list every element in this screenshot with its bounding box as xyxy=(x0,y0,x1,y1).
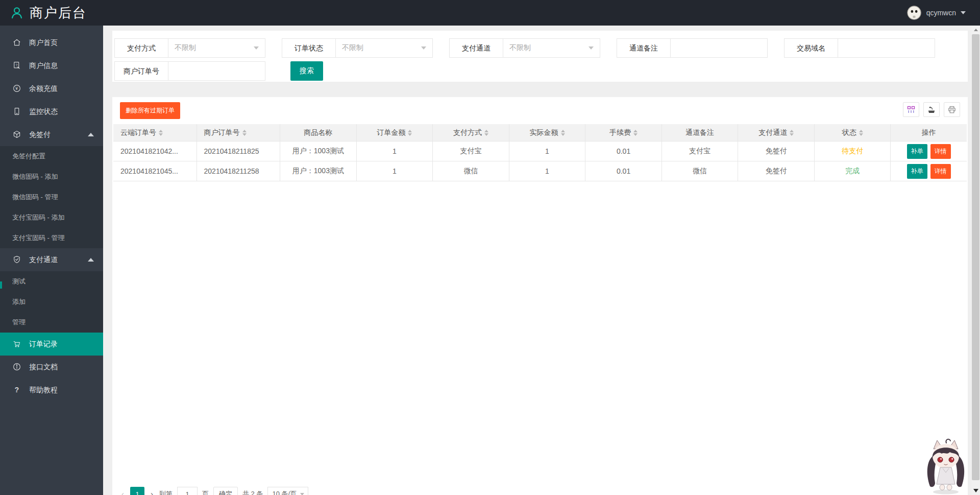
chevron-down-icon xyxy=(421,46,426,50)
chevron-down-icon xyxy=(254,46,259,50)
sidebar-item-monitor-status[interactable]: 监控状态 xyxy=(0,100,103,123)
sort-icon[interactable] xyxy=(159,130,163,136)
column-header-label: 通道备注 xyxy=(685,128,714,137)
sidebar-item-help-tutorial[interactable]: ?帮助教程 xyxy=(0,379,103,402)
sidebar-item-merchant-info[interactable]: ?商户信息 xyxy=(0,54,103,77)
reissue-button[interactable]: 补单 xyxy=(907,144,927,159)
column-header[interactable]: 实际金额 xyxy=(509,124,586,141)
table-row: 2021041821045...20210418211258用户：1003测试1… xyxy=(113,161,967,181)
column-header-label: 订单金额 xyxy=(377,128,405,137)
next-page-arrow[interactable]: › xyxy=(149,487,155,495)
filter-merchant-order-no: 商户订单号 xyxy=(114,61,265,81)
detail-button[interactable]: 详情 xyxy=(930,144,951,159)
channel-remark-input[interactable] xyxy=(671,39,767,57)
sidebar-subitem-nosign-config[interactable]: 免签付配置 xyxy=(0,146,103,167)
order-status-label: 订单状态 xyxy=(282,39,336,57)
chevron-down-icon xyxy=(961,11,966,14)
user-menu[interactable]: qcymwcn xyxy=(906,5,966,20)
cart-icon xyxy=(12,339,22,349)
table-cell: 免签付 xyxy=(738,161,815,181)
filter-payment-channel: 支付通道不限制 xyxy=(449,38,600,58)
chevron-down-icon xyxy=(589,46,594,50)
column-header: 商品名称 xyxy=(280,124,357,141)
merchant-order-no-input[interactable] xyxy=(168,62,265,80)
sort-icon[interactable] xyxy=(790,130,794,136)
row-actions: 补单详情 xyxy=(891,142,967,161)
jump-confirm-button[interactable]: 确定 xyxy=(213,487,238,495)
column-header[interactable]: 商户订单号 xyxy=(197,124,281,141)
sidebar-item-no-sign-pay[interactable]: 免签付 xyxy=(0,123,103,146)
detail-button[interactable]: 详情 xyxy=(930,164,951,179)
table-cell: 20210418211825 xyxy=(197,142,281,161)
sidebar-subitem-wechat-qr-add[interactable]: 微信固码 - 添加 xyxy=(0,167,103,187)
sort-icon[interactable] xyxy=(408,130,412,136)
sort-icon[interactable] xyxy=(633,130,638,136)
sidebar-item-order-records[interactable]: 订单记录 xyxy=(0,333,103,356)
home-icon xyxy=(12,38,22,48)
reissue-button[interactable]: 补单 xyxy=(907,164,927,179)
sort-icon[interactable] xyxy=(484,130,488,136)
payment-channel-select[interactable]: 不限制 xyxy=(503,39,600,57)
sidebar-subitem-wechat-qr-manage[interactable]: 微信固码 - 管理 xyxy=(0,187,103,207)
payment-channel-label: 支付通道 xyxy=(450,39,503,57)
filter-card: 支付方式不限制订单状态不限制支付通道不限制通道备注交易域名 商户订单号 搜索 xyxy=(112,31,968,82)
sidebar-item-label: 监控状态 xyxy=(29,107,58,116)
column-header[interactable]: 状态 xyxy=(815,124,891,141)
payment-method-select[interactable]: 不限制 xyxy=(168,39,265,57)
sidebar-item-balance-recharge[interactable]: ¥余额充值 xyxy=(0,77,103,100)
jump-page-input[interactable] xyxy=(177,487,198,495)
sort-icon[interactable] xyxy=(561,130,565,136)
scrollbar-thumb[interactable] xyxy=(972,34,979,480)
orders-table: 云端订单号商户订单号商品名称订单金额支付方式实际金额手续费通道备注支付通道状态操… xyxy=(113,124,967,181)
filter-channel-remark: 通道备注 xyxy=(617,38,768,58)
merchant-order-no-label: 商户订单号 xyxy=(115,62,168,80)
order-status-select[interactable]: 不限制 xyxy=(336,39,432,57)
sidebar-subitem-alipay-qr-add[interactable]: 支付宝固码 - 添加 xyxy=(0,207,103,228)
pagination: ‹1›到第页确定共 2 条10 条/页 xyxy=(120,486,308,495)
merchant-info-icon: ? xyxy=(12,61,22,71)
sort-icon[interactable] xyxy=(859,130,863,136)
table-cell: 用户：1003测试 xyxy=(280,161,357,181)
sidebar-submenu-no-sign-pay: 免签付配置微信固码 - 添加微信固码 - 管理支付宝固码 - 添加支付宝固码 -… xyxy=(0,146,103,248)
prev-page-arrow[interactable]: ‹ xyxy=(120,487,126,495)
page-size-select[interactable]: 10 条/页 xyxy=(267,487,308,495)
filter-row-2: 商户订单号 搜索 xyxy=(114,61,966,81)
shield-icon xyxy=(12,255,22,265)
anime-character-widget[interactable] xyxy=(920,437,971,495)
sidebar-item-home[interactable]: 商户首页 xyxy=(0,31,103,54)
delete-expired-orders-button[interactable]: 删除所有过期订单 xyxy=(120,102,180,119)
table-cell: 支付宝 xyxy=(433,142,509,161)
sidebar-edge-marker xyxy=(0,281,2,289)
column-header[interactable]: 支付通道 xyxy=(738,124,815,141)
table-cell: 1 xyxy=(509,161,586,181)
column-header[interactable]: 云端订单号 xyxy=(113,124,197,141)
vertical-scrollbar[interactable] xyxy=(971,26,980,495)
column-header[interactable]: 支付方式 xyxy=(433,124,509,141)
table-cell: 2021041821045... xyxy=(113,161,197,181)
column-header[interactable]: 订单金额 xyxy=(357,124,433,141)
column-header-label: 手续费 xyxy=(609,128,631,137)
selected-value: 不限制 xyxy=(175,43,196,53)
svg-text:?: ? xyxy=(15,386,19,394)
sidebar-item-payment-channel[interactable]: 支付通道 xyxy=(0,248,103,271)
export-icon[interactable] xyxy=(923,102,940,117)
sidebar-subitem-channel-test[interactable]: 测试 xyxy=(0,271,103,292)
scroll-down-arrow-icon[interactable] xyxy=(971,486,980,495)
columns-filter-icon[interactable] xyxy=(903,102,919,117)
sort-icon[interactable] xyxy=(242,130,247,136)
sidebar-subitem-alipay-qr-manage[interactable]: 支付宝固码 - 管理 xyxy=(0,228,103,248)
total-count: 共 2 条 xyxy=(242,487,263,495)
column-header[interactable]: 手续费 xyxy=(585,124,662,141)
sidebar-item-api-docs[interactable]: 接口文档 xyxy=(0,356,103,379)
sidebar-subitem-channel-add[interactable]: 添加 xyxy=(0,292,103,312)
search-button[interactable]: 搜索 xyxy=(290,61,323,81)
chevron-down-icon xyxy=(300,493,304,495)
trade-domain-input[interactable] xyxy=(838,39,935,57)
table-card: 删除所有过期订单 云端订单号商户订单号商品名称订单金额支付方式实际金额手续费通道… xyxy=(112,97,968,495)
table-cell: 微信 xyxy=(433,161,509,181)
page-number-current[interactable]: 1 xyxy=(130,487,144,495)
user-avatar[interactable] xyxy=(906,5,922,20)
scroll-up-arrow-icon[interactable] xyxy=(971,26,980,34)
print-icon[interactable] xyxy=(944,102,960,117)
sidebar-subitem-channel-manage[interactable]: 管理 xyxy=(0,312,103,333)
